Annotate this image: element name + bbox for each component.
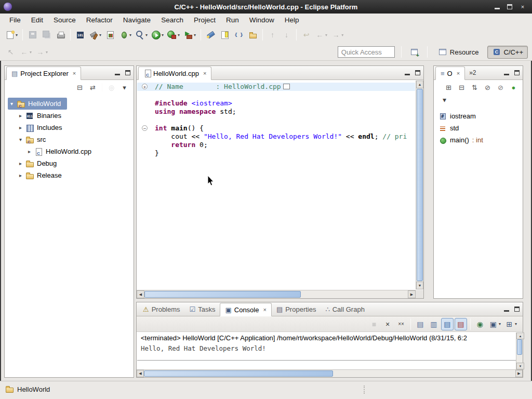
- hide-static-button[interactable]: ⊘: [495, 82, 507, 93]
- scroll-right-icon[interactable]: ▶: [515, 370, 523, 377]
- mark-occurrences-button[interactable]: [218, 28, 231, 42]
- tree-item-src[interactable]: Csrc: [24, 135, 47, 145]
- open-console-button[interactable]: ⊞▾: [503, 318, 518, 330]
- menu-search[interactable]: Search: [156, 15, 189, 25]
- link-with-editor-button[interactable]: ⇄: [87, 82, 99, 93]
- window-close-button[interactable]: ×: [520, 4, 526, 10]
- vertical-scrollbar-thumb[interactable]: [517, 339, 522, 355]
- collapse-all-button[interactable]: ⊟: [456, 82, 468, 93]
- minimize-panel-button[interactable]: [405, 71, 410, 75]
- scroll-left-icon[interactable]: ◀: [137, 290, 144, 298]
- show-on-stderr-button[interactable]: ▤: [455, 318, 467, 330]
- maximize-panel-button[interactable]: [125, 70, 130, 75]
- menu-help[interactable]: Help: [280, 15, 304, 25]
- tree-item-includes[interactable]: Includes: [24, 123, 63, 133]
- maximize-panel-button[interactable]: [514, 70, 520, 75]
- fold-expanded-icon[interactable]: −: [142, 125, 148, 131]
- menu-refactor[interactable]: Refactor: [81, 15, 118, 25]
- quick-access-input[interactable]: [338, 46, 395, 58]
- tab-properties[interactable]: ▤Properties: [272, 302, 321, 316]
- tree-expander-icon[interactable]: ▸: [17, 113, 24, 118]
- clear-console-button[interactable]: ▤: [414, 318, 427, 330]
- console-horizontal-scrollbar[interactable]: ◀ ▶: [137, 369, 523, 377]
- tab-helloworld-cpp[interactable]: C HelloWorld.cpp ×: [138, 66, 211, 80]
- perspective-cpp-button[interactable]: C/C++: [487, 46, 528, 59]
- run-history-button[interactable]: ▾: [166, 28, 181, 42]
- sort-button[interactable]: ⇅: [469, 82, 481, 93]
- menu-window[interactable]: Window: [244, 15, 280, 25]
- open-perspective-button[interactable]: [408, 45, 421, 59]
- new-wizard-button[interactable]: ▾: [4, 28, 19, 42]
- fold-collapsed-icon[interactable]: +: [142, 84, 148, 89]
- tree-expander-icon[interactable]: ▾: [8, 101, 16, 107]
- outline-item-std[interactable]: std: [439, 122, 521, 134]
- print-button[interactable]: [54, 28, 67, 42]
- close-icon[interactable]: ×: [73, 70, 76, 76]
- tree-item-debug[interactable]: Debug: [24, 158, 58, 169]
- collapse-all-button[interactable]: ⊟: [74, 82, 86, 93]
- hide-non-public-button[interactable]: ●: [508, 82, 520, 93]
- window-minimize-button[interactable]: [495, 5, 500, 9]
- tab-callgraph[interactable]: ∴Call Graph: [321, 302, 369, 316]
- tab-outline[interactable]: ≡ O ×: [435, 66, 465, 80]
- menu-run[interactable]: Run: [221, 15, 244, 25]
- open-resource-button[interactable]: [246, 28, 259, 42]
- outline-item-main-[interactable]: main() : int: [439, 134, 521, 146]
- outline-view-menu-button[interactable]: ▾: [438, 93, 451, 107]
- perspective-resource-button[interactable]: Resource: [434, 46, 484, 59]
- close-icon[interactable]: ×: [263, 307, 266, 313]
- scroll-down-icon[interactable]: ▼: [516, 363, 524, 369]
- menu-navigate[interactable]: Navigate: [118, 15, 156, 25]
- scroll-left-icon[interactable]: ◀: [137, 370, 144, 377]
- tree-item-helloworld-cpp[interactable]: CHelloWorld.cpp: [33, 147, 92, 157]
- horizontal-scrollbar-thumb[interactable]: [144, 370, 333, 377]
- debug-button[interactable]: ▾: [118, 28, 133, 42]
- close-icon[interactable]: ×: [457, 70, 460, 76]
- tab-overflow-chevron[interactable]: »2: [465, 69, 480, 76]
- console-text-area[interactable]: <terminated> HelloWorld [C/C++ Applicati…: [137, 332, 516, 369]
- tree-item-release[interactable]: Release: [24, 170, 63, 181]
- window-maximize-button[interactable]: [507, 4, 512, 9]
- maximize-panel-button[interactable]: [415, 70, 420, 75]
- maximize-panel-button[interactable]: [514, 307, 520, 312]
- expand-all-button[interactable]: ⊞: [443, 82, 455, 93]
- tree-expander-icon[interactable]: ▸: [17, 125, 24, 130]
- build-button[interactable]: ▾: [88, 28, 103, 42]
- tab-project-explorer[interactable]: ▤ Project Explorer ×: [6, 66, 81, 80]
- external-tools-button[interactable]: ▾: [182, 28, 197, 42]
- pin-console-button[interactable]: ◉: [474, 318, 486, 330]
- scroll-up-icon[interactable]: ▲: [416, 81, 423, 88]
- scroll-up-icon[interactable]: ▲: [516, 332, 524, 339]
- minimize-panel-button[interactable]: [504, 71, 509, 75]
- tree-expander-icon[interactable]: ▾: [17, 137, 24, 142]
- search-button[interactable]: [204, 28, 217, 42]
- menu-edit[interactable]: Edit: [26, 15, 48, 25]
- code-analysis-button[interactable]: ▾: [134, 28, 149, 42]
- console-vertical-scrollbar[interactable]: ▲ ▼: [516, 332, 523, 369]
- vertical-scrollbar-thumb[interactable]: [417, 89, 423, 281]
- tree-expander-icon[interactable]: ▸: [25, 149, 33, 154]
- scroll-lock-button[interactable]: ▥: [428, 318, 440, 330]
- display-selected-console-button[interactable]: ▣▾: [487, 318, 502, 330]
- tree-item-helloworld[interactable]: CHelloWorld: [16, 99, 62, 109]
- menu-project[interactable]: Project: [189, 15, 221, 25]
- scroll-right-icon[interactable]: ▶: [408, 290, 416, 298]
- run-button[interactable]: ▾: [150, 28, 165, 42]
- minimize-panel-button[interactable]: [115, 71, 120, 75]
- view-menu-button[interactable]: ▾: [118, 82, 130, 93]
- tree-expander-icon[interactable]: ▸: [17, 172, 24, 178]
- tab-problems[interactable]: ⚠Problems: [138, 302, 185, 316]
- editor-horizontal-scrollbar[interactable]: ◀ ▶: [137, 290, 416, 298]
- remove-all-launches-button[interactable]: ××: [395, 318, 407, 330]
- editor-vertical-scrollbar[interactable]: ▲ ▼: [416, 81, 423, 289]
- scroll-down-icon[interactable]: ▼: [416, 282, 423, 289]
- tree-expander-icon[interactable]: ▸: [17, 161, 24, 166]
- tab-tasks[interactable]: ☑Tasks: [185, 302, 220, 316]
- tree-item-binaries[interactable]: Binaries: [24, 111, 62, 121]
- show-on-stdout-button[interactable]: ▤: [441, 318, 454, 330]
- outline-item-iostream[interactable]: iostream: [439, 110, 521, 122]
- code-area[interactable]: +// Name : HelloWorld.cpp#include <iostr…: [137, 81, 415, 289]
- close-icon[interactable]: ×: [203, 70, 206, 76]
- hide-fields-button[interactable]: ⊘: [482, 82, 494, 93]
- horizontal-scrollbar-thumb[interactable]: [144, 291, 301, 298]
